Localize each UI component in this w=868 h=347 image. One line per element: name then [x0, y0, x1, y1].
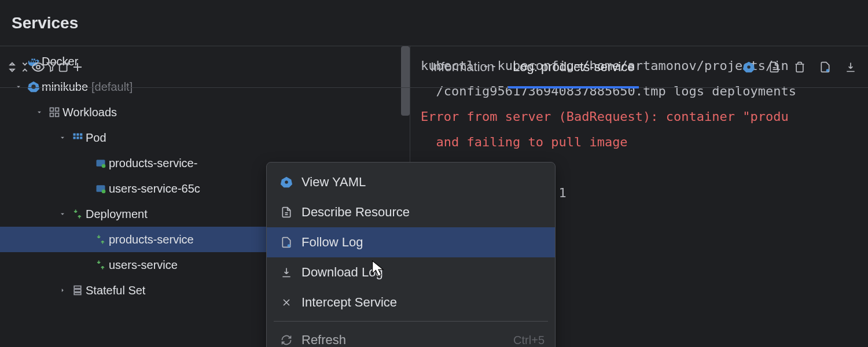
svg-rect-6 — [73, 134, 76, 136]
svg-rect-7 — [76, 134, 79, 136]
svg-rect-11 — [80, 136, 82, 139]
new-tab-button[interactable] — [58, 61, 71, 73]
svg-point-26 — [288, 244, 290, 247]
menu-label: Follow Log — [301, 235, 363, 250]
pod-item-icon — [93, 183, 109, 194]
menu-item-refresh[interactable]: Refresh Ctrl+5 — [267, 325, 555, 347]
tabs-row: Information Log: products-service — [410, 46, 868, 88]
refresh-icon — [277, 334, 296, 346]
menu-label: Download Log — [301, 265, 383, 280]
kubernetes-icon — [277, 176, 296, 189]
tree-node-pod[interactable]: Pod — [0, 125, 410, 150]
svg-point-22 — [747, 65, 751, 69]
collapse-all-button[interactable] — [19, 61, 31, 73]
pod-icon — [69, 132, 86, 143]
show-button[interactable] — [31, 60, 45, 74]
menu-item-download-log[interactable]: Download Log — [267, 257, 555, 287]
svg-point-13 — [102, 164, 106, 168]
pod-item-icon — [93, 157, 109, 169]
tree-label: Pod — [86, 131, 106, 145]
menu-item-follow-log[interactable]: Follow Log — [267, 227, 555, 257]
svg-rect-10 — [76, 136, 79, 139]
svg-point-25 — [285, 180, 288, 184]
menu-label: Describe Resource — [301, 205, 410, 220]
menu-label: View YAML — [301, 175, 366, 190]
follow-log-icon — [277, 237, 296, 248]
tab-actions — [738, 57, 868, 77]
tree-label: users-service — [109, 259, 178, 272]
chevron-down-icon[interactable] — [56, 210, 69, 218]
tree-label: Workloads — [62, 106, 117, 119]
document-icon — [277, 206, 296, 218]
tab-label: Information — [431, 60, 494, 75]
menu-label: Intercept Service — [301, 295, 397, 310]
download-icon — [277, 267, 296, 278]
intercept-icon — [277, 297, 296, 308]
svg-rect-5 — [56, 113, 59, 117]
context-menu: View YAML Describe Resource Follow Log D… — [266, 162, 556, 347]
chevron-down-icon[interactable] — [32, 108, 46, 116]
menu-item-describe-resource[interactable]: Describe Resource — [267, 197, 555, 227]
title-bar: Services — [0, 0, 868, 46]
tree-label: products-service — [109, 233, 194, 246]
expand-all-button[interactable] — [6, 61, 19, 73]
svg-rect-8 — [80, 134, 82, 136]
deployment-item-icon — [93, 259, 109, 271]
svg-rect-16 — [74, 286, 81, 289]
chevron-down-icon[interactable] — [56, 134, 69, 142]
svg-rect-17 — [74, 289, 81, 291]
tree-node-workloads[interactable]: Workloads — [0, 99, 410, 125]
deployment-icon — [69, 208, 86, 220]
view-yaml-button[interactable] — [738, 57, 759, 77]
deployment-item-icon — [93, 234, 109, 245]
download-log-button[interactable] — [840, 57, 861, 77]
menu-item-view-yaml[interactable]: View YAML — [267, 167, 555, 197]
menu-item-intercept-service[interactable]: Intercept Service — [267, 287, 555, 318]
svg-rect-3 — [56, 108, 59, 112]
menu-shortcut: Ctrl+5 — [513, 334, 545, 347]
svg-rect-20 — [60, 64, 67, 71]
tree-label: Deployment — [86, 208, 148, 221]
svg-point-23 — [826, 69, 829, 72]
svg-point-15 — [102, 190, 106, 194]
svg-rect-9 — [73, 136, 76, 139]
delete-button[interactable] — [789, 57, 810, 77]
svg-point-19 — [36, 65, 40, 69]
follow-log-button[interactable] — [815, 57, 836, 77]
log-error-line: and failing to pull image — [421, 135, 628, 149]
svg-rect-18 — [74, 293, 81, 294]
workloads-icon — [46, 106, 62, 118]
left-toolbar — [0, 46, 410, 88]
panel-title: Services — [12, 14, 78, 32]
tree-label: products-service- — [109, 157, 197, 170]
chevron-right-icon[interactable] — [56, 286, 69, 294]
svg-rect-2 — [50, 108, 54, 112]
statefulset-icon — [69, 285, 86, 296]
log-error-line: Error from server (BadRequest): containe… — [421, 109, 789, 124]
add-button[interactable] — [71, 60, 84, 74]
svg-rect-4 — [50, 113, 54, 117]
menu-separator — [274, 321, 548, 322]
tab-label: Log: products-service — [513, 60, 634, 75]
menu-label: Refresh — [301, 333, 346, 347]
tab-log[interactable]: Log: products-service — [503, 46, 643, 88]
tab-information[interactable]: Information — [421, 46, 503, 88]
tree-label: users-service-65c — [109, 182, 200, 195]
filter-button[interactable] — [45, 61, 58, 73]
describe-resource-button[interactable] — [764, 57, 785, 77]
tree-label: Stateful Set — [86, 284, 145, 297]
